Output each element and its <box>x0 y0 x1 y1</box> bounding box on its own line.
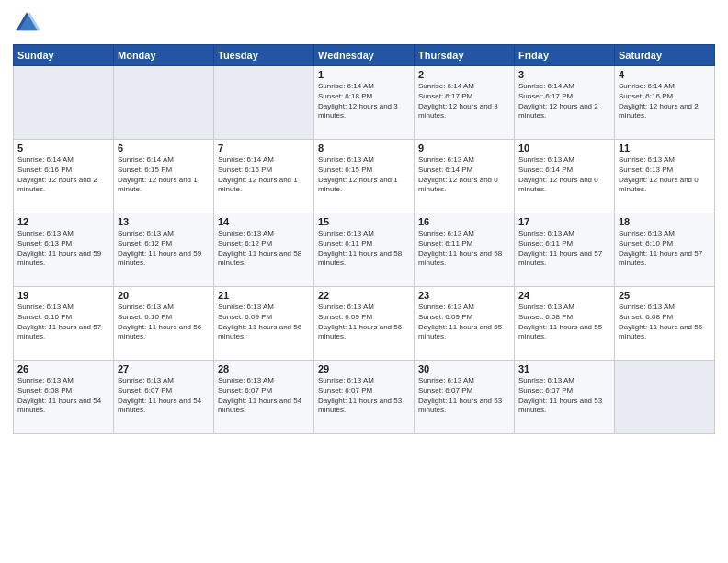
calendar-cell <box>114 66 214 140</box>
day-number: 9 <box>418 143 510 154</box>
week-row-0: 1Sunrise: 6:14 AM Sunset: 6:18 PM Daylig… <box>14 66 715 140</box>
calendar-cell: 27Sunrise: 6:13 AM Sunset: 6:07 PM Dayli… <box>114 361 214 434</box>
calendar-cell: 3Sunrise: 6:14 AM Sunset: 6:17 PM Daylig… <box>515 66 615 140</box>
calendar-cell: 15Sunrise: 6:13 AM Sunset: 6:11 PM Dayli… <box>314 213 415 287</box>
day-number: 7 <box>218 143 310 154</box>
calendar-cell: 30Sunrise: 6:13 AM Sunset: 6:07 PM Dayli… <box>415 361 515 434</box>
day-number: 12 <box>17 216 109 227</box>
cell-text: Sunrise: 6:13 AM Sunset: 6:09 PM Dayligh… <box>318 303 410 342</box>
calendar-cell: 31Sunrise: 6:13 AM Sunset: 6:07 PM Dayli… <box>515 361 615 434</box>
logo-icon <box>13 9 40 37</box>
calendar-cell: 6Sunrise: 6:14 AM Sunset: 6:15 PM Daylig… <box>114 140 214 213</box>
day-number: 21 <box>218 290 310 301</box>
cell-text: Sunrise: 6:13 AM Sunset: 6:10 PM Dayligh… <box>619 229 711 269</box>
day-number: 27 <box>118 363 210 374</box>
day-header-wednesday: Wednesday <box>314 45 415 66</box>
calendar-cell: 7Sunrise: 6:14 AM Sunset: 6:15 PM Daylig… <box>214 140 314 213</box>
cell-text: Sunrise: 6:14 AM Sunset: 6:16 PM Dayligh… <box>17 155 109 195</box>
cell-text: Sunrise: 6:14 AM Sunset: 6:16 PM Dayligh… <box>619 82 711 121</box>
cell-text: Sunrise: 6:13 AM Sunset: 6:08 PM Dayligh… <box>17 376 109 416</box>
week-row-3: 19Sunrise: 6:13 AM Sunset: 6:10 PM Dayli… <box>14 287 715 361</box>
day-number: 30 <box>418 363 510 374</box>
calendar-cell: 17Sunrise: 6:13 AM Sunset: 6:11 PM Dayli… <box>515 213 615 287</box>
cell-text: Sunrise: 6:13 AM Sunset: 6:08 PM Dayligh… <box>619 303 711 342</box>
calendar-cell: 18Sunrise: 6:13 AM Sunset: 6:10 PM Dayli… <box>615 213 715 287</box>
day-number: 20 <box>118 290 210 301</box>
day-number: 23 <box>418 290 510 301</box>
day-number: 10 <box>518 143 610 154</box>
cell-text: Sunrise: 6:13 AM Sunset: 6:10 PM Dayligh… <box>118 303 210 342</box>
cell-text: Sunrise: 6:14 AM Sunset: 6:17 PM Dayligh… <box>418 82 510 121</box>
calendar-cell: 28Sunrise: 6:13 AM Sunset: 6:07 PM Dayli… <box>214 361 314 434</box>
cell-text: Sunrise: 6:13 AM Sunset: 6:09 PM Dayligh… <box>218 303 310 342</box>
day-number: 11 <box>619 143 711 154</box>
cell-text: Sunrise: 6:13 AM Sunset: 6:09 PM Dayligh… <box>418 303 510 342</box>
calendar-cell: 13Sunrise: 6:13 AM Sunset: 6:12 PM Dayli… <box>114 213 214 287</box>
day-number: 18 <box>619 216 711 227</box>
calendar-cell: 20Sunrise: 6:13 AM Sunset: 6:10 PM Dayli… <box>114 287 214 361</box>
day-number: 5 <box>17 143 109 154</box>
week-row-4: 26Sunrise: 6:13 AM Sunset: 6:08 PM Dayli… <box>14 361 715 434</box>
day-header-thursday: Thursday <box>415 45 515 66</box>
day-number: 29 <box>318 363 410 374</box>
day-number: 1 <box>318 69 410 80</box>
cell-text: Sunrise: 6:14 AM Sunset: 6:15 PM Dayligh… <box>118 155 210 195</box>
calendar-cell: 19Sunrise: 6:13 AM Sunset: 6:10 PM Dayli… <box>14 287 114 361</box>
calendar-cell <box>615 361 715 434</box>
cell-text: Sunrise: 6:13 AM Sunset: 6:14 PM Dayligh… <box>418 155 510 195</box>
calendar-cell: 11Sunrise: 6:13 AM Sunset: 6:13 PM Dayli… <box>615 140 715 213</box>
day-number: 25 <box>619 290 711 301</box>
cell-text: Sunrise: 6:14 AM Sunset: 6:18 PM Dayligh… <box>318 82 410 121</box>
cell-text: Sunrise: 6:13 AM Sunset: 6:13 PM Dayligh… <box>619 155 711 195</box>
logo <box>13 9 44 37</box>
day-number: 24 <box>518 290 610 301</box>
calendar-cell: 23Sunrise: 6:13 AM Sunset: 6:09 PM Dayli… <box>415 287 515 361</box>
cell-text: Sunrise: 6:13 AM Sunset: 6:07 PM Dayligh… <box>218 376 310 416</box>
day-number: 14 <box>218 216 310 227</box>
calendar-cell: 4Sunrise: 6:14 AM Sunset: 6:16 PM Daylig… <box>615 66 715 140</box>
day-number: 26 <box>17 363 109 374</box>
cell-text: Sunrise: 6:13 AM Sunset: 6:12 PM Dayligh… <box>118 229 210 269</box>
cell-text: Sunrise: 6:13 AM Sunset: 6:07 PM Dayligh… <box>318 376 410 416</box>
calendar-cell: 21Sunrise: 6:13 AM Sunset: 6:09 PM Dayli… <box>214 287 314 361</box>
day-number: 31 <box>518 363 610 374</box>
calendar-cell: 22Sunrise: 6:13 AM Sunset: 6:09 PM Dayli… <box>314 287 415 361</box>
calendar-cell: 1Sunrise: 6:14 AM Sunset: 6:18 PM Daylig… <box>314 66 415 140</box>
day-number: 19 <box>17 290 109 301</box>
week-row-1: 5Sunrise: 6:14 AM Sunset: 6:16 PM Daylig… <box>14 140 715 213</box>
header <box>13 9 715 37</box>
calendar-cell: 29Sunrise: 6:13 AM Sunset: 6:07 PM Dayli… <box>314 361 415 434</box>
day-number: 16 <box>418 216 510 227</box>
calendar-cell: 25Sunrise: 6:13 AM Sunset: 6:08 PM Dayli… <box>615 287 715 361</box>
day-number: 2 <box>418 69 510 80</box>
cell-text: Sunrise: 6:13 AM Sunset: 6:14 PM Dayligh… <box>518 155 610 195</box>
day-number: 28 <box>218 363 310 374</box>
cell-text: Sunrise: 6:13 AM Sunset: 6:13 PM Dayligh… <box>17 229 109 269</box>
day-number: 17 <box>518 216 610 227</box>
cell-text: Sunrise: 6:13 AM Sunset: 6:07 PM Dayligh… <box>518 376 610 416</box>
day-number: 4 <box>619 69 711 80</box>
cell-text: Sunrise: 6:13 AM Sunset: 6:12 PM Dayligh… <box>218 229 310 269</box>
day-header-tuesday: Tuesday <box>214 45 314 66</box>
day-number: 3 <box>518 69 610 80</box>
day-number: 15 <box>318 216 410 227</box>
day-number: 22 <box>318 290 410 301</box>
calendar-cell: 8Sunrise: 6:13 AM Sunset: 6:15 PM Daylig… <box>314 140 415 213</box>
calendar-header: SundayMondayTuesdayWednesdayThursdayFrid… <box>14 45 715 66</box>
cell-text: Sunrise: 6:13 AM Sunset: 6:10 PM Dayligh… <box>17 303 109 342</box>
cell-text: Sunrise: 6:13 AM Sunset: 6:11 PM Dayligh… <box>318 229 410 269</box>
calendar-cell: 16Sunrise: 6:13 AM Sunset: 6:11 PM Dayli… <box>415 213 515 287</box>
cell-text: Sunrise: 6:14 AM Sunset: 6:15 PM Dayligh… <box>218 155 310 195</box>
day-header-sunday: Sunday <box>14 45 114 66</box>
day-number: 13 <box>118 216 210 227</box>
calendar-cell: 9Sunrise: 6:13 AM Sunset: 6:14 PM Daylig… <box>415 140 515 213</box>
calendar-cell: 12Sunrise: 6:13 AM Sunset: 6:13 PM Dayli… <box>14 213 114 287</box>
calendar-table: SundayMondayTuesdayWednesdayThursdayFrid… <box>13 44 715 434</box>
cell-text: Sunrise: 6:13 AM Sunset: 6:08 PM Dayligh… <box>518 303 610 342</box>
day-number: 8 <box>318 143 410 154</box>
calendar-cell <box>214 66 314 140</box>
day-header-friday: Friday <box>515 45 615 66</box>
calendar-cell: 26Sunrise: 6:13 AM Sunset: 6:08 PM Dayli… <box>14 361 114 434</box>
cell-text: Sunrise: 6:13 AM Sunset: 6:07 PM Dayligh… <box>418 376 510 416</box>
calendar-cell: 24Sunrise: 6:13 AM Sunset: 6:08 PM Dayli… <box>515 287 615 361</box>
